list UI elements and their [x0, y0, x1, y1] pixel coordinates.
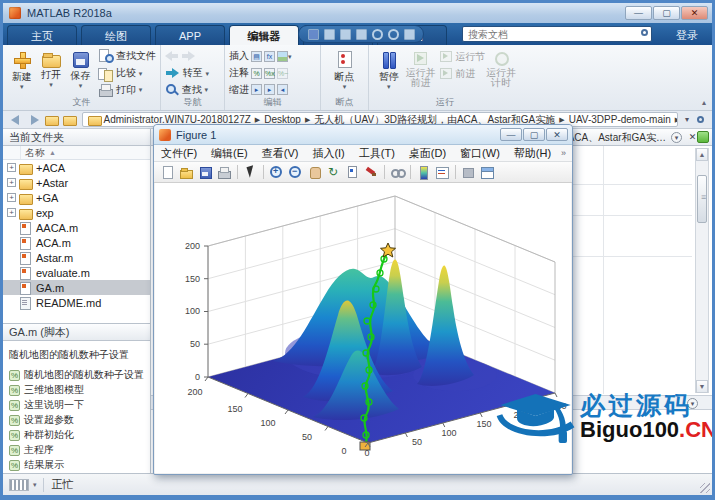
figure-titlebar[interactable]: Figure 1 — ▢ ✕ — [154, 125, 572, 145]
print-figure-icon[interactable] — [216, 164, 233, 181]
file-row-exp[interactable]: +exp — [3, 205, 150, 220]
editor-scrollbar[interactable]: ▲ ▼ — [695, 148, 709, 393]
data-cursor-icon[interactable] — [344, 164, 361, 181]
search-icon[interactable] — [641, 29, 648, 36]
zoom-out-icon[interactable] — [287, 164, 304, 181]
login-link[interactable]: 登录 — [676, 28, 698, 43]
breadcrumb-separator-icon[interactable]: ▶ — [305, 116, 310, 124]
folder-search-icon[interactable] — [697, 116, 704, 123]
forward-icon[interactable] — [180, 50, 195, 62]
link-plot-icon[interactable] — [389, 164, 406, 181]
pan-hand-icon[interactable] — [306, 164, 323, 181]
cursor-arrow-icon[interactable] — [242, 164, 259, 181]
section-item-6[interactable]: %结果展示 — [9, 458, 150, 472]
figure-menu-7[interactable]: 帮助(H) — [507, 146, 558, 161]
quick-save-icon[interactable] — [307, 28, 319, 40]
compare-button[interactable]: 比较 ▾ — [98, 65, 156, 82]
ribbon-collapse-icon[interactable]: ▴ — [702, 98, 706, 107]
section-item-4[interactable]: %种群初始化 — [9, 428, 150, 442]
section-item-1[interactable]: %三维地图模型 — [9, 383, 150, 397]
figure-menu-5[interactable]: 桌面(D) — [402, 146, 453, 161]
figure-close-button[interactable]: ✕ — [546, 128, 568, 141]
insert-section-icon[interactable]: ▤ — [251, 51, 262, 62]
show-plot-tools-icon[interactable] — [479, 164, 496, 181]
status-dropdown-icon[interactable]: ▾ — [33, 481, 37, 489]
redo-icon[interactable] — [387, 28, 399, 40]
file-row-+ACA[interactable]: ++ACA — [3, 160, 150, 175]
menu-overflow-icon[interactable]: » — [561, 148, 566, 158]
figure-menu-0[interactable]: 文件(F) — [154, 146, 204, 161]
rotate-3d-icon[interactable] — [325, 164, 342, 181]
insert-legend-icon[interactable] — [434, 164, 451, 181]
nav-forward-icon[interactable] — [27, 114, 41, 126]
figure-menu-4[interactable]: 工具(T) — [352, 146, 402, 161]
tab-menu-icon[interactable]: ▾ — [671, 132, 682, 143]
file-row-README.md[interactable]: README.md — [3, 295, 150, 310]
comment-icon[interactable]: % — [251, 68, 262, 79]
folder-up-icon[interactable] — [45, 114, 59, 125]
expand-icon[interactable]: + — [7, 178, 16, 187]
run-advance-button[interactable]: 运行并 前进 — [405, 48, 437, 98]
goto-button[interactable]: 转至 ▾ — [165, 65, 220, 82]
file-row-Astar.m[interactable]: Astar.m — [3, 250, 150, 265]
path-dropdown-icon[interactable]: ▾ — [685, 115, 689, 124]
insert-colorbar-icon[interactable] — [415, 164, 432, 181]
expand-icon[interactable]: + — [7, 163, 16, 172]
doc-search-input[interactable] — [462, 26, 652, 42]
ribbon-tab-1[interactable]: 绘图 — [81, 25, 151, 45]
ribbon-tab-3[interactable]: 编辑器 — [229, 25, 299, 45]
file-row-evaluate.m[interactable]: evaluate.m — [3, 265, 150, 280]
figure-minimize-button[interactable]: — — [500, 128, 522, 141]
copy-icon[interactable] — [339, 28, 351, 40]
insert-function-icon[interactable]: fx — [264, 51, 275, 62]
figure-menu-2[interactable]: 查看(V) — [255, 146, 306, 161]
status-splitter-icon[interactable] — [9, 479, 29, 491]
figure-menu-3[interactable]: 插入(I) — [305, 146, 351, 161]
brush-icon[interactable] — [363, 164, 380, 181]
maximize-button[interactable]: ▢ — [653, 6, 680, 20]
find-files-button[interactable]: 查找文件 — [98, 48, 156, 65]
uncomment-icon[interactable]: %x — [264, 68, 275, 79]
smart-indent-icon[interactable]: ▸ — [251, 84, 262, 95]
figure-menu-1[interactable]: 编辑(E) — [204, 146, 255, 161]
file-list-header[interactable]: 名称 ▲ — [3, 146, 150, 160]
file-row-GA.m[interactable]: GA.m — [3, 280, 150, 295]
run-time-button[interactable]: 运行并 计时 — [485, 48, 517, 98]
breadcrumb-separator-icon[interactable]: ▶ — [559, 116, 564, 124]
section-item-2[interactable]: %这里说明一下 — [9, 398, 150, 412]
open-button[interactable]: 打开▾ — [36, 48, 65, 98]
section-item-5[interactable]: %主程序 — [9, 443, 150, 457]
minimize-button[interactable]: — — [625, 6, 652, 20]
advance-button[interactable]: 前进 — [439, 65, 485, 82]
expand-icon[interactable]: + — [7, 193, 16, 202]
paste-icon[interactable] — [355, 28, 367, 40]
back-icon[interactable] — [165, 50, 180, 62]
close-button[interactable]: ✕ — [681, 6, 708, 20]
pause-button[interactable]: 暂停▾ — [373, 48, 405, 98]
figure-restore-button[interactable]: ▢ — [523, 128, 545, 141]
breadcrumb-separator-icon[interactable]: ▶ — [255, 116, 260, 124]
section-item-0[interactable]: %随机地图的随机数种子设置 — [9, 368, 150, 382]
new-figure-icon[interactable] — [159, 164, 176, 181]
code-analyzer-indicator[interactable] — [697, 131, 709, 143]
zoom-in-icon[interactable] — [268, 164, 285, 181]
ribbon-tab-0[interactable]: 主页 — [7, 25, 77, 45]
undo-icon[interactable] — [371, 28, 383, 40]
scroll-up-icon[interactable]: ▲ — [696, 148, 708, 161]
insert-image-icon[interactable] — [277, 51, 288, 62]
help-icon[interactable] — [403, 28, 415, 40]
breakpoints-button[interactable]: 断点▾ — [328, 48, 362, 98]
section-item-3[interactable]: %设置超参数 — [9, 413, 150, 427]
file-row-+GA[interactable]: ++GA — [3, 190, 150, 205]
resize-grip[interactable] — [700, 483, 710, 493]
save-figure-icon[interactable] — [197, 164, 214, 181]
file-row-+Astar[interactable]: ++Astar — [3, 175, 150, 190]
indent-right-icon[interactable]: ▸ — [264, 84, 275, 95]
expand-icon[interactable]: + — [7, 208, 16, 217]
file-row-AACA.m[interactable]: AACA.m — [3, 220, 150, 235]
figure-menu-6[interactable]: 窗口(W) — [453, 146, 507, 161]
scrollbar-thumb[interactable] — [697, 175, 707, 223]
save-button[interactable]: 保存▾ — [66, 48, 95, 98]
new-button[interactable]: 新建▾ — [7, 48, 36, 98]
hide-plot-tools-icon[interactable] — [460, 164, 477, 181]
